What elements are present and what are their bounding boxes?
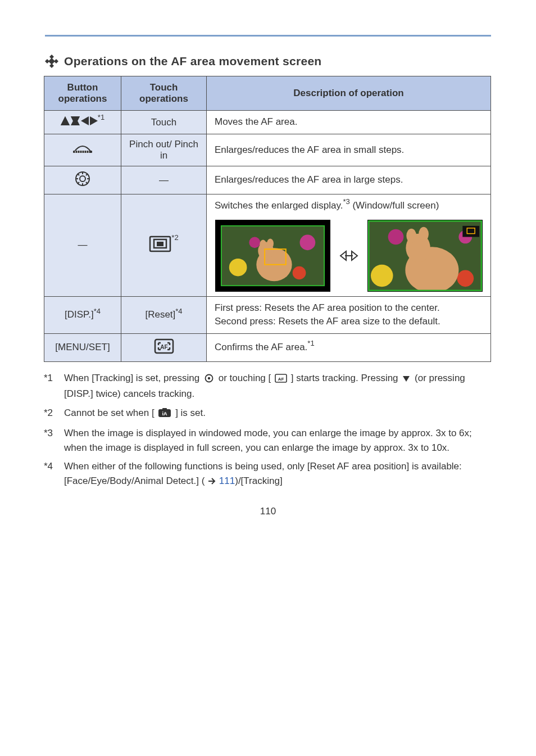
svg-point-43 xyxy=(267,238,274,248)
af-confirm-button-icon: AF xyxy=(275,373,287,387)
button-op: — xyxy=(44,194,121,297)
col-header-touch: Touch operations xyxy=(121,76,207,111)
footnote-1: *1 When [Tracking] is set, pressing or t… xyxy=(44,371,490,401)
op-desc: Switches the enlarged display.*3 (Window… xyxy=(207,194,491,297)
svg-point-57 xyxy=(419,227,429,241)
footnote-ref: *1 xyxy=(98,113,105,121)
footnote-ref: *2 xyxy=(171,233,178,242)
svg-text:AF: AF xyxy=(278,377,284,382)
link-arrow-icon xyxy=(207,475,216,490)
svg-rect-33 xyxy=(157,242,163,246)
touch-op: Pinch out/ Pinch in xyxy=(121,134,207,166)
svg-rect-59 xyxy=(462,225,479,237)
down-triangle-icon xyxy=(402,373,411,387)
op-desc: Enlarges/reduces the AF area in small st… xyxy=(207,134,491,166)
svg-marker-67 xyxy=(403,376,410,382)
enlarge-button-icon xyxy=(149,236,171,252)
svg-line-27 xyxy=(78,174,79,175)
svg-point-51 xyxy=(388,229,403,245)
footnote-2: *2 Cannot be set when [ iA ] is set. xyxy=(44,406,490,422)
example-full-view xyxy=(367,220,483,292)
svg-line-30 xyxy=(86,174,88,175)
section-heading: Operations on the AF area movement scree… xyxy=(64,55,322,68)
button-op: [MENU/SET] xyxy=(44,333,121,361)
col-header-desc: Description of operation xyxy=(207,76,491,111)
op-desc: Moves the AF area. xyxy=(207,111,491,134)
svg-marker-11 xyxy=(81,116,89,125)
footnote-3: *3 When the image is displayed in window… xyxy=(44,426,490,455)
af-confirm-button-icon: AF xyxy=(154,338,174,354)
svg-marker-12 xyxy=(90,116,98,125)
op-desc: First press: Resets the AF area position… xyxy=(207,296,491,333)
footnote-ref: *3 xyxy=(343,197,349,206)
svg-point-50 xyxy=(370,264,393,286)
svg-rect-13 xyxy=(73,151,92,153)
page-link[interactable]: 111 xyxy=(219,476,235,486)
swap-arrows-icon xyxy=(337,244,361,268)
svg-point-64 xyxy=(208,377,210,379)
footnote-ref: *4 xyxy=(94,307,101,315)
op-desc: Confirms the AF area.*1 xyxy=(207,333,491,361)
operations-table: Button operations Touch operations Descr… xyxy=(44,76,491,362)
svg-line-28 xyxy=(86,182,88,184)
button-op: [DISP.] xyxy=(65,309,94,320)
touch-op: [Reset] xyxy=(145,309,175,320)
section-bullet-icon xyxy=(44,53,60,69)
svg-point-37 xyxy=(299,234,315,250)
svg-point-22 xyxy=(80,176,85,182)
footnote-ref: *4 xyxy=(175,307,182,315)
svg-point-52 xyxy=(457,270,474,287)
svg-point-39 xyxy=(249,237,260,248)
touch-op: — xyxy=(121,166,207,194)
col-header-buttons: Button operations xyxy=(44,76,121,111)
svg-point-56 xyxy=(406,228,416,243)
svg-marker-4 xyxy=(48,58,55,65)
page-number: 110 xyxy=(0,506,536,517)
example-window-view xyxy=(215,220,330,292)
footnote-ref: *1 xyxy=(307,339,314,347)
op-desc: Enlarges/reduces the AF area in large st… xyxy=(207,166,491,194)
touch-op: Touch xyxy=(121,111,207,134)
rear-dial-icon xyxy=(75,171,90,187)
menu-set-icon xyxy=(203,373,215,387)
svg-point-38 xyxy=(292,266,306,279)
svg-point-36 xyxy=(229,259,247,277)
svg-text:AF: AF xyxy=(160,344,167,350)
svg-point-42 xyxy=(260,239,266,250)
cursor-arrows-icon xyxy=(61,115,98,126)
front-dial-icon xyxy=(72,144,93,154)
footnote-4: *4 When either of the following function… xyxy=(44,459,490,489)
ia-mode-icon: iA xyxy=(158,408,171,422)
svg-rect-69 xyxy=(162,408,167,410)
svg-text:iA: iA xyxy=(162,411,168,417)
svg-line-29 xyxy=(78,182,79,184)
